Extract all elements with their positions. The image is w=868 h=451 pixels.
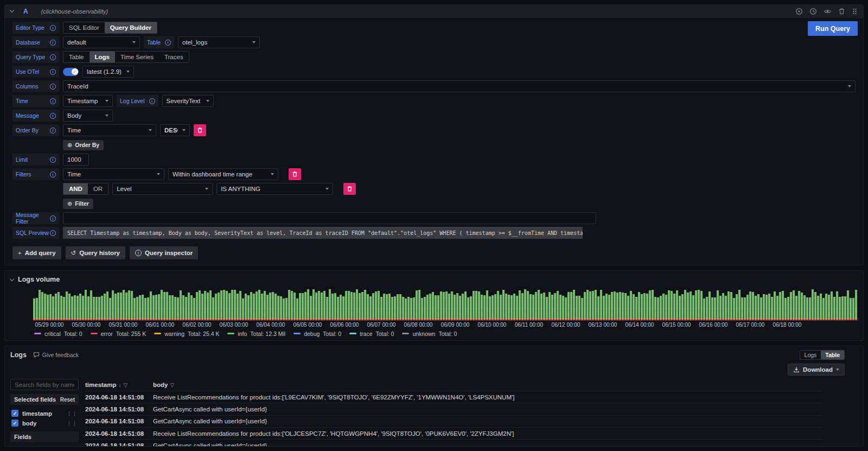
order-direction-select[interactable]: DESC	[160, 124, 190, 136]
add-filter-button[interactable]: ⊕ Filter	[63, 199, 93, 209]
query-history-button[interactable]: ↺ Query history	[66, 246, 125, 259]
option-logs[interactable]: Logs	[90, 52, 115, 62]
drag-handle-icon[interactable]: ⋮⋮	[67, 411, 78, 416]
filter2-operator-select[interactable]: IS ANYTHING	[216, 183, 333, 195]
delete-query-trash-icon[interactable]	[838, 8, 845, 15]
checkbox-checked[interactable]: ✓	[11, 410, 18, 417]
filter-field-select[interactable]: Time	[63, 168, 164, 180]
reset-button[interactable]: Reset	[60, 397, 75, 403]
columns-multiselect[interactable]: TraceId	[63, 80, 856, 92]
option-or[interactable]: OR	[88, 183, 108, 194]
filter2-field-select[interactable]: Level	[112, 183, 213, 195]
filter-funnel-icon[interactable]: ▽	[170, 382, 174, 388]
volume-bar	[752, 292, 754, 320]
option-sql-editor[interactable]: SQL Editor	[63, 22, 105, 33]
filter-funnel-icon[interactable]: ▽	[124, 382, 128, 388]
legend-item-unknown[interactable]: unknownTotal: 0	[402, 331, 457, 337]
remove-filter2-button[interactable]	[343, 183, 356, 195]
drag-handle-icon[interactable]	[852, 8, 858, 15]
limit-input[interactable]	[63, 154, 89, 166]
add-order-by-button[interactable]: ⊕ Order By	[63, 140, 104, 150]
drag-handle-icon[interactable]: ⋮⋮	[67, 421, 78, 426]
legend-item-error[interactable]: errorTotal: 255 K	[91, 331, 146, 337]
info-icon[interactable]: i	[50, 113, 56, 119]
volume-bar	[567, 292, 570, 320]
selected-fields-section-header: Selected fields Reset	[10, 394, 79, 405]
info-icon[interactable]: i	[50, 40, 56, 46]
volume-bar	[405, 298, 407, 320]
option-time-series[interactable]: Time Series	[115, 52, 159, 62]
chevron-down-icon	[326, 188, 329, 190]
query-header[interactable]: A (clickhouse-observability)	[5, 5, 863, 18]
option-table[interactable]: Table	[63, 52, 90, 62]
legend-item-warning[interactable]: warningTotal: 25.4 K	[154, 331, 219, 337]
error-segment	[711, 319, 713, 320]
legend-item-debug[interactable]: debugTotal: 0	[293, 331, 341, 337]
selected-field-body[interactable]: ✓body⋮⋮	[11, 420, 78, 427]
info-icon[interactable]: i	[50, 54, 56, 60]
remove-order-by-button[interactable]	[194, 124, 206, 136]
status-icon[interactable]	[795, 8, 803, 15]
legend-item-trace[interactable]: traceTotal: 0	[349, 331, 394, 337]
view-option-table[interactable]: Table	[821, 351, 844, 359]
info-icon[interactable]: i	[50, 69, 56, 75]
history-icon[interactable]	[809, 8, 817, 15]
table-select[interactable]: otel_logs	[178, 36, 260, 48]
info-icon[interactable]: i	[50, 215, 56, 221]
otel-version-select[interactable]: latest (1.2.9)	[82, 66, 134, 78]
info-icon[interactable]: i	[50, 157, 56, 163]
table-row[interactable]: 2024-06-18 14:51:08GetCartAsync called w…	[85, 415, 822, 427]
hide-response-eye-icon[interactable]	[824, 8, 832, 15]
add-query-button[interactable]: + Add query	[12, 246, 61, 259]
error-segment	[302, 319, 304, 320]
table-row[interactable]: 2024-06-18 14:51:08GetCartAsync called w…	[85, 403, 822, 415]
run-query-button[interactable]: Run Query	[808, 21, 858, 36]
give-feedback-link[interactable]: Give feedback	[33, 352, 79, 358]
search-fields-input[interactable]	[10, 379, 79, 390]
view-option-logs[interactable]: Logs	[800, 351, 821, 359]
volume-bar	[443, 292, 445, 320]
error-segment	[576, 319, 578, 320]
table-row[interactable]: 2024-06-18 14:51:08Receive ListRecommend…	[85, 391, 822, 403]
error-segment	[445, 319, 448, 320]
collapse-chevron-icon[interactable]	[10, 8, 14, 12]
database-select[interactable]: default	[63, 36, 140, 48]
message-column-select[interactable]: Body	[63, 110, 113, 122]
chart-plot-area[interactable]: 20 K10 K0	[33, 287, 858, 321]
filter-operator-select[interactable]: Within dashboard time range	[168, 168, 278, 180]
info-icon[interactable]: i	[50, 171, 56, 177]
query-inspector-button[interactable]: i Query inspector	[130, 246, 198, 259]
logs-volume-header[interactable]: Logs volume	[10, 274, 858, 285]
option-query-builder[interactable]: Query Builder	[105, 22, 157, 33]
option-and[interactable]: AND	[63, 183, 88, 194]
download-button[interactable]: Download	[788, 364, 845, 376]
info-icon[interactable]: i	[149, 98, 155, 104]
info-icon[interactable]: i	[50, 128, 56, 134]
info-icon[interactable]: i	[50, 25, 56, 31]
message-filter-input[interactable]	[63, 212, 596, 224]
error-segment	[315, 319, 317, 320]
field-label-filters: Filters i	[12, 168, 59, 180]
time-column-select[interactable]: Timestamp	[63, 95, 113, 107]
info-icon[interactable]: i	[165, 40, 171, 46]
remove-filter-button[interactable]	[289, 168, 301, 180]
legend-item-info[interactable]: infoTotal: 12.3 Mil	[227, 331, 285, 337]
table-row[interactable]: 2024-06-18 14:51:08Receive ListRecommend…	[85, 427, 822, 439]
selected-field-timestamp[interactable]: ✓timestamp⋮⋮	[11, 410, 78, 417]
legend-item-critical[interactable]: criticalTotal: 0	[34, 331, 82, 337]
use-otel-toggle[interactable]: ✓	[63, 68, 79, 76]
info-icon[interactable]: i	[50, 98, 56, 104]
collapse-chevron-icon[interactable]	[10, 276, 14, 281]
info-icon[interactable]: i	[50, 230, 56, 236]
column-header-body[interactable]: body ▽	[153, 382, 174, 388]
label-text: Editor Type	[16, 24, 44, 31]
column-header-timestamp[interactable]: timestamp ↓ ▽	[85, 382, 153, 388]
volume-bar	[158, 294, 160, 320]
table-row[interactable]: 2024-06-18 14:51:08GetCartAsync called w…	[85, 439, 822, 447]
option-traces[interactable]: Traces	[159, 52, 189, 62]
info-icon[interactable]: i	[50, 84, 56, 90]
order-by-field-select[interactable]: Time	[63, 124, 156, 136]
checkbox-checked[interactable]: ✓	[11, 420, 18, 427]
log-level-select[interactable]: SeverityText	[162, 95, 214, 107]
sort-desc-icon[interactable]: ↓	[119, 382, 122, 388]
